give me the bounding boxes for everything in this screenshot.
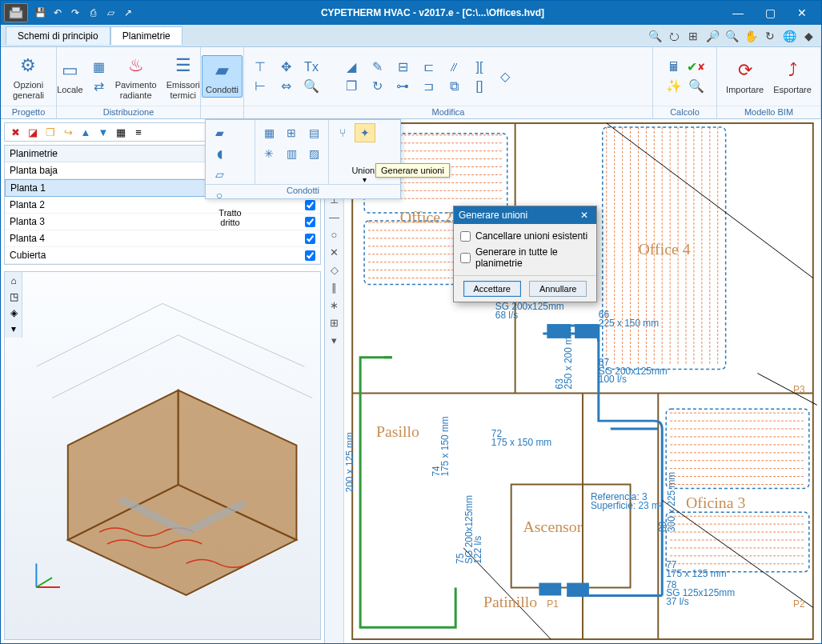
snap-all-icon[interactable]: ∗ <box>327 297 343 313</box>
trim-icon[interactable]: ⊏ <box>419 58 438 76</box>
mirror-icon[interactable]: ⧉ <box>444 78 463 95</box>
grid-icon6[interactable]: ▨ <box>303 144 324 163</box>
zoom-window-icon[interactable]: 🔎 <box>704 28 720 44</box>
layer-icon[interactable]: ◇ <box>495 68 515 86</box>
chk-tutte[interactable] <box>460 253 471 263</box>
dxf-icon[interactable]: ▦ <box>114 125 128 139</box>
preview-3d[interactable]: ⌂ ◳ ◈ ▾ <box>4 271 321 640</box>
tratto-icon1[interactable]: ▰ <box>209 123 230 142</box>
undo-icon[interactable]: ↶ <box>50 6 65 20</box>
help-icon[interactable]: ◆ <box>800 28 816 44</box>
grid-icon5[interactable]: ▥ <box>281 144 302 163</box>
erase-icon[interactable]: ◢ <box>342 58 361 76</box>
align-v-icon[interactable]: ⊤ <box>251 58 270 76</box>
locale-button[interactable]: ▭Locale <box>54 56 86 96</box>
text-icon[interactable]: Tx <box>302 58 321 76</box>
refresh-icon[interactable]: ↻ <box>762 28 778 44</box>
tab-planimetrie[interactable]: Planimetrie <box>110 26 182 45</box>
tratto-icon4[interactable]: ○ <box>209 186 230 205</box>
opzioni-button[interactable]: ⚙Opzionigenerali <box>10 51 47 101</box>
zoom-out-icon[interactable]: 🔍 <box>724 28 740 44</box>
snap-ext-icon[interactable]: — <box>327 209 343 225</box>
edit-icon[interactable]: ✎ <box>367 58 387 76</box>
grid-icon1[interactable]: ▦ <box>259 123 279 142</box>
plan-visibility-checkbox[interactable] <box>305 200 315 210</box>
snap-int-icon[interactable]: ✕ <box>327 244 343 260</box>
plan-visibility-checkbox[interactable] <box>305 250 315 261</box>
binoculars-icon[interactable]: 🔍 <box>647 28 663 44</box>
opt-tutte[interactable]: Generare in tutte le planimetrie <box>460 246 590 269</box>
box-icon[interactable]: ▱ <box>103 6 118 20</box>
swap-icon[interactable]: ⇄ <box>90 78 109 95</box>
extend-icon[interactable]: ⊐ <box>419 78 438 95</box>
grid-icon3[interactable]: ▤ <box>303 123 324 142</box>
condotti-button[interactable]: ▰Condotti <box>202 55 243 97</box>
grid-icon2[interactable]: ⊞ <box>281 123 302 142</box>
tratto-icon3[interactable]: ▱ <box>209 165 230 184</box>
bracket2-icon[interactable]: [] <box>470 78 489 95</box>
down-icon[interactable]: ▼ <box>96 125 110 139</box>
move2-icon[interactable]: ⇔ <box>276 78 295 95</box>
paste-icon[interactable]: ↪ <box>61 125 75 139</box>
close-button[interactable]: ✕ <box>786 1 818 25</box>
offset-icon[interactable]: ⫽ <box>444 58 463 76</box>
esportare-button[interactable]: ⤴Esportare <box>770 56 815 96</box>
plan-visibility-checkbox[interactable] <box>305 217 315 227</box>
rotate-icon[interactable]: ↻ <box>367 78 387 95</box>
accettare-button[interactable]: Accettare <box>463 281 521 297</box>
plan-row[interactable]: Planta 3 <box>5 214 320 230</box>
align-h-icon[interactable]: ⊢ <box>251 78 270 95</box>
snap-down-icon[interactable]: ▾ <box>327 332 343 348</box>
copy-icon[interactable]: ❐ <box>342 78 361 95</box>
importare-button[interactable]: ⟳Importare <box>723 56 767 96</box>
check-icon[interactable]: ✔✘ <box>687 58 706 76</box>
dialog-generare-unioni: Generare unioni✕ Cancellare unioni esist… <box>453 206 597 302</box>
snap-center-icon[interactable]: ○ <box>327 226 343 242</box>
drawing-canvas[interactable]: Office 2 Office 4 Pasillo Oficina 3 Asce… <box>344 119 821 643</box>
snap-par-icon[interactable]: ∥ <box>327 279 343 295</box>
union-icon1[interactable]: ⑂ <box>332 123 353 142</box>
chk-cancellare[interactable] <box>460 231 471 242</box>
edit2-icon[interactable]: ◪ <box>26 125 40 139</box>
annullare-button[interactable]: Annullare <box>529 281 587 297</box>
tratto-icon2[interactable]: ◖ <box>209 144 230 163</box>
new-icon[interactable]: ✖ <box>8 125 22 139</box>
snap-near-icon[interactable]: ◇ <box>327 262 343 278</box>
up-icon[interactable]: ▲ <box>78 125 93 139</box>
calculator-icon[interactable]: 🖩 <box>664 58 684 76</box>
layers-icon[interactable]: ≡ <box>131 125 146 139</box>
zoomfit-icon[interactable]: 🔍 <box>302 78 321 95</box>
opt-cancellare[interactable]: Cancellare unioni esistenti <box>460 230 590 242</box>
junction-icon[interactable]: ⊶ <box>393 78 412 95</box>
union-generate-icon[interactable]: ✦ <box>355 123 375 142</box>
minimize-button[interactable]: — <box>722 1 754 25</box>
orbit-icon[interactable]: ⭮ <box>666 28 682 44</box>
search-icon[interactable]: 🔍 <box>687 78 706 95</box>
export-icon[interactable]: ↗ <box>121 6 135 20</box>
pavimento-button[interactable]: ♨Pavimentoradiante <box>112 51 160 101</box>
view-tools: 🔍 ⭮ ⊞ 🔎 🔍 ✋ ↻ 🌐 ◆ <box>647 28 816 44</box>
pan-icon[interactable]: ✋ <box>743 28 759 44</box>
redo-icon[interactable]: ↷ <box>68 6 82 20</box>
grid-icon4[interactable]: ✳ <box>259 144 279 163</box>
bracket-icon[interactable]: ][ <box>470 58 489 76</box>
zoom-extents-icon[interactable]: ⊞ <box>685 28 701 44</box>
calc-icon[interactable]: ▦ <box>90 58 109 76</box>
move-icon[interactable]: ✥ <box>276 58 295 76</box>
maximize-button[interactable]: ▢ <box>754 1 786 25</box>
plan-row[interactable]: Planta 2 <box>5 197 320 214</box>
emissori-button[interactable]: ☰Emissoritermici <box>163 51 203 101</box>
save-icon[interactable]: 💾 <box>33 6 47 20</box>
world-icon[interactable]: 🌐 <box>781 28 797 44</box>
tab-schemi[interactable]: Schemi di principio <box>6 26 110 45</box>
plan-visibility-checkbox[interactable] <box>305 234 315 244</box>
duct-67: 67SG 200x125mm100 l/s <box>599 357 668 386</box>
snap-lock-icon[interactable]: ⊞ <box>327 314 343 330</box>
dialog-close-icon[interactable]: ✕ <box>577 210 591 221</box>
split-icon[interactable]: ⊟ <box>393 58 412 76</box>
print-icon[interactable]: ⎙ <box>86 6 100 20</box>
wand-icon[interactable]: ✨ <box>664 78 684 95</box>
copy2-icon[interactable]: ❐ <box>43 125 58 139</box>
plan-row[interactable]: Cubierta <box>5 247 320 264</box>
plan-row[interactable]: Planta 4 <box>5 230 320 247</box>
